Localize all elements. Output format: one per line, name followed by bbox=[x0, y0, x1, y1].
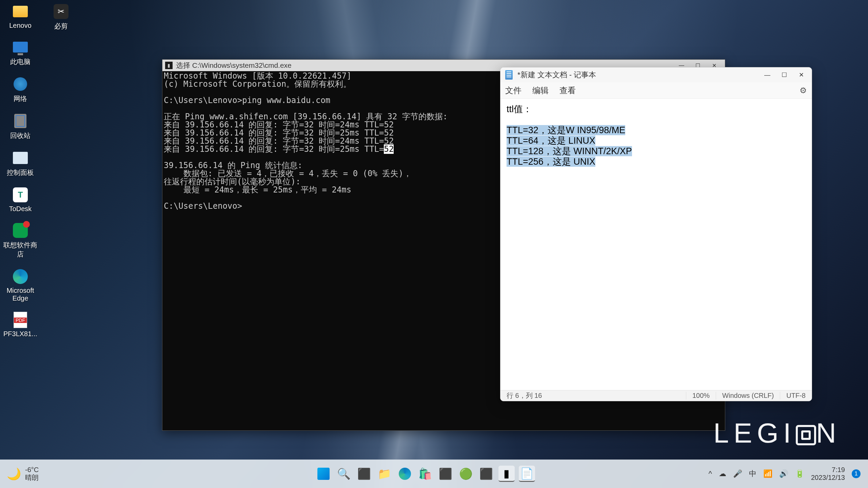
legion-logo: LEGIN bbox=[713, 417, 841, 449]
icon-label: Lenovo bbox=[9, 22, 32, 29]
desktop-icon-pdf[interactable]: PF3LX81... bbox=[3, 312, 37, 338]
status-position: 行 6，列 16 bbox=[500, 391, 686, 400]
weather-condition: 晴朗 bbox=[25, 474, 39, 482]
edge-button[interactable] bbox=[397, 466, 413, 482]
control-panel-icon bbox=[13, 152, 28, 164]
cmd-icon: ▮ bbox=[165, 62, 173, 69]
text-line: ttl值： bbox=[507, 104, 806, 115]
trash-icon bbox=[14, 114, 26, 128]
cmd-selection: 52 bbox=[384, 144, 394, 154]
desktop-icon-recycle-bin[interactable]: 回收站 bbox=[3, 113, 37, 140]
search-button[interactable]: 🔍 bbox=[336, 466, 352, 482]
taskbar-app-legion[interactable]: ⬛ bbox=[437, 466, 454, 482]
taskbar: 🌙 -6°C 晴朗 🔍 ⬛ 📁 🛍️ ⬛ 🟢 ⬛ ▮ 📄 ^ ☁ 🎤 中 📶 🔊… bbox=[0, 460, 868, 488]
clip-icon: ✂ bbox=[54, 4, 68, 19]
notepad-menubar: 文件 编辑 查看 ⚙ bbox=[500, 82, 812, 99]
store-icon bbox=[13, 223, 28, 238]
tray-chevron-icon[interactable]: ^ bbox=[709, 469, 712, 478]
icon-label: 联想软件商店 bbox=[3, 241, 37, 259]
tray-wifi-icon[interactable]: 📶 bbox=[763, 469, 772, 478]
desktop-icon-this-pc[interactable]: 此电脑 bbox=[3, 39, 37, 66]
folder-icon bbox=[13, 6, 28, 17]
moon-icon: 🌙 bbox=[7, 467, 21, 481]
icon-label: 必剪 bbox=[54, 22, 68, 31]
desktop-icon-network[interactable]: 网络 bbox=[3, 76, 37, 103]
settings-icon[interactable]: ⚙ bbox=[800, 86, 807, 95]
menu-view[interactable]: 查看 bbox=[559, 85, 576, 96]
status-line-ending: Windows (CRLF) bbox=[716, 392, 780, 400]
tray-mic-icon[interactable]: 🎤 bbox=[733, 469, 742, 478]
notepad-content[interactable]: ttl值： TTL=32，这是W IN95/98/ME TTL=64，这是 LI… bbox=[500, 99, 812, 390]
selected-text: TTL=64，这是 LINUX bbox=[507, 136, 595, 146]
icon-label: 控制面板 bbox=[7, 168, 34, 177]
windows-icon bbox=[317, 468, 330, 480]
start-button[interactable] bbox=[315, 466, 332, 482]
tray-onedrive-icon[interactable]: ☁ bbox=[719, 469, 726, 478]
todesk-icon: T bbox=[13, 187, 28, 202]
taskbar-app-dark[interactable]: ⬛ bbox=[478, 466, 494, 482]
status-encoding: UTF-8 bbox=[780, 392, 812, 400]
desktop-icon-todesk[interactable]: T ToDesk bbox=[3, 187, 37, 213]
status-zoom: 100% bbox=[686, 392, 716, 400]
selected-text: TTL=256，这是 UNIX bbox=[507, 157, 595, 167]
icon-label: ToDesk bbox=[9, 205, 32, 213]
taskbar-center: 🔍 ⬛ 📁 🛍️ ⬛ 🟢 ⬛ ▮ 📄 bbox=[315, 466, 535, 482]
clock-time: 7:19 bbox=[811, 466, 845, 474]
tray-battery-icon[interactable]: 🔋 bbox=[795, 469, 804, 478]
edge-icon bbox=[13, 269, 28, 284]
system-tray: ^ ☁ 🎤 中 📶 🔊 🔋 7:19 2023/12/13 1 bbox=[701, 466, 868, 482]
selected-text: TTL=128，这是 WINNT/2K/XP bbox=[507, 146, 632, 156]
desktop-icon-lenovo-store[interactable]: 联想软件商店 bbox=[3, 222, 37, 259]
desktop-icon-edge[interactable]: Microsoft Edge bbox=[3, 268, 37, 302]
desktop-icon-bijian[interactable]: ✂ 必剪 bbox=[44, 3, 78, 31]
taskbar-clock[interactable]: 7:19 2023/12/13 bbox=[811, 466, 845, 482]
notepad-window[interactable]: *新建 文本文档 - 记事本 — ☐ ✕ 文件 编辑 查看 ⚙ ttl值： TT… bbox=[500, 67, 812, 401]
weather-widget[interactable]: 🌙 -6°C 晴朗 bbox=[0, 466, 45, 482]
clock-date: 2023/12/13 bbox=[811, 474, 845, 482]
tray-ime[interactable]: 中 bbox=[749, 469, 756, 479]
menu-file[interactable]: 文件 bbox=[505, 85, 521, 96]
notification-badge[interactable]: 1 bbox=[852, 469, 861, 478]
notepad-statusbar: 行 6，列 16 100% Windows (CRLF) UTF-8 bbox=[500, 390, 812, 401]
taskbar-app-store[interactable]: 🛍️ bbox=[417, 466, 433, 482]
explorer-button[interactable]: 📁 bbox=[376, 466, 393, 482]
tray-volume-icon[interactable]: 🔊 bbox=[779, 469, 788, 478]
desktop-icons-col1: Lenovo 此电脑 网络 回收站 控制面板 T ToDesk 联想软件商店 M… bbox=[3, 3, 37, 338]
selected-text: TTL=32，这是W IN95/98/ME bbox=[507, 125, 625, 135]
edge-icon bbox=[399, 468, 411, 480]
taskbar-app-green[interactable]: 🟢 bbox=[458, 466, 474, 482]
notepad-titlebar[interactable]: *新建 文本文档 - 记事本 — ☐ ✕ bbox=[500, 67, 812, 82]
icon-label: 此电脑 bbox=[10, 57, 31, 66]
window-controls: — ☐ ✕ bbox=[759, 68, 810, 82]
close-button[interactable]: ✕ bbox=[793, 68, 810, 82]
notepad-icon bbox=[505, 70, 513, 80]
pc-icon bbox=[13, 42, 28, 53]
desktop-icon-control-panel[interactable]: 控制面板 bbox=[3, 150, 37, 177]
notepad-title: *新建 文本文档 - 记事本 bbox=[517, 70, 759, 80]
icon-label: 网络 bbox=[14, 94, 27, 103]
temperature: -6°C bbox=[25, 466, 39, 474]
taskbar-notepad[interactable]: 📄 bbox=[519, 466, 535, 482]
desktop-icons-col2: ✂ 必剪 bbox=[44, 3, 78, 31]
task-view-button[interactable]: ⬛ bbox=[356, 466, 372, 482]
pdf-icon bbox=[14, 312, 27, 328]
maximize-button[interactable]: ☐ bbox=[776, 68, 793, 82]
desktop-icon-lenovo[interactable]: Lenovo bbox=[3, 3, 37, 29]
icon-label: PF3LX81... bbox=[3, 330, 37, 338]
globe-icon bbox=[14, 77, 27, 91]
menu-edit[interactable]: 编辑 bbox=[532, 85, 549, 96]
minimize-button[interactable]: — bbox=[759, 68, 776, 82]
icon-label: Microsoft Edge bbox=[3, 287, 37, 302]
taskbar-cmd[interactable]: ▮ bbox=[498, 466, 515, 482]
icon-label: 回收站 bbox=[10, 131, 31, 140]
